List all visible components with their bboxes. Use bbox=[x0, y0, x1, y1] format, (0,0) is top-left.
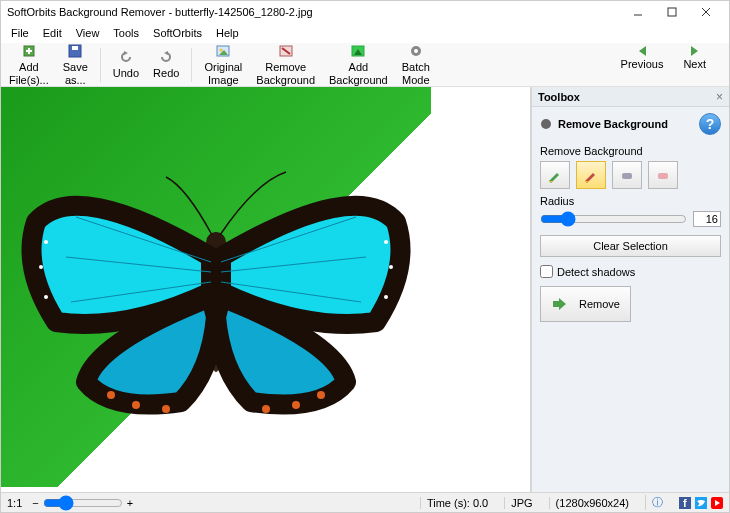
image-icon bbox=[215, 43, 231, 59]
svg-point-29 bbox=[262, 405, 270, 413]
previous-button[interactable]: Previous bbox=[621, 44, 664, 70]
image-canvas[interactable] bbox=[1, 87, 531, 492]
svg-marker-9 bbox=[124, 51, 128, 55]
status-bar: 1:1 − + Time (s): 0.0 JPG (1280x960x24) … bbox=[1, 492, 729, 512]
window-title: SoftOrbits Background Remover - butterfl… bbox=[7, 6, 313, 18]
svg-rect-43 bbox=[549, 181, 553, 182]
zoom-out-icon[interactable]: − bbox=[32, 497, 38, 509]
svg-marker-20 bbox=[639, 46, 646, 56]
svg-point-25 bbox=[132, 401, 140, 409]
chevron-left-icon bbox=[635, 44, 649, 58]
title-bar: SoftOrbits Background Remover - butterfl… bbox=[1, 1, 729, 23]
close-button[interactable] bbox=[689, 1, 723, 23]
toolbar-separator bbox=[100, 48, 101, 82]
youtube-icon[interactable] bbox=[711, 497, 723, 509]
svg-point-32 bbox=[44, 295, 48, 299]
arrow-right-icon bbox=[551, 297, 567, 311]
group-label: Remove Background bbox=[540, 145, 721, 157]
svg-point-24 bbox=[107, 391, 115, 399]
sidebar-header: Toolbox × bbox=[532, 87, 729, 107]
svg-rect-44 bbox=[585, 181, 589, 182]
redo-button[interactable]: Redo bbox=[149, 47, 183, 81]
twitter-icon[interactable] bbox=[695, 497, 707, 509]
radius-input[interactable] bbox=[693, 211, 721, 227]
info-icon[interactable]: ⓘ bbox=[645, 495, 669, 510]
svg-point-42 bbox=[541, 119, 551, 129]
svg-point-35 bbox=[384, 295, 388, 299]
close-panel-icon[interactable]: × bbox=[716, 90, 723, 104]
help-button[interactable]: ? bbox=[699, 113, 721, 135]
clear-tool[interactable] bbox=[648, 161, 678, 189]
undo-icon bbox=[118, 49, 134, 65]
add-background-button[interactable]: Add Background bbox=[325, 41, 392, 87]
facebook-icon[interactable]: f bbox=[679, 497, 691, 509]
status-time: Time (s): 0.0 bbox=[420, 497, 494, 509]
menu-file[interactable]: File bbox=[5, 25, 35, 41]
section-title: Remove Background bbox=[558, 118, 699, 130]
svg-rect-46 bbox=[658, 173, 668, 179]
menu-edit[interactable]: Edit bbox=[37, 25, 68, 41]
svg-rect-1 bbox=[668, 8, 676, 16]
status-dimensions: (1280x960x24) bbox=[549, 497, 635, 509]
svg-rect-8 bbox=[72, 46, 78, 50]
save-as-button[interactable]: Save as... bbox=[59, 41, 92, 87]
zoom-in-icon[interactable]: + bbox=[127, 497, 133, 509]
svg-point-12 bbox=[220, 49, 223, 52]
menu-bar: File Edit View Tools SoftOrbits Help bbox=[1, 23, 729, 43]
status-format: JPG bbox=[504, 497, 538, 509]
save-icon bbox=[67, 43, 83, 59]
remove-bg-icon bbox=[278, 43, 294, 59]
add-files-button[interactable]: Add File(s)... bbox=[5, 41, 53, 87]
undo-button[interactable]: Undo bbox=[109, 47, 143, 81]
add-bg-icon bbox=[350, 43, 366, 59]
maximize-button[interactable] bbox=[655, 1, 689, 23]
toolbox-title: Toolbox bbox=[538, 91, 716, 103]
marker-green-tool[interactable] bbox=[540, 161, 570, 189]
eraser-tool[interactable] bbox=[612, 161, 642, 189]
menu-softorbits[interactable]: SoftOrbits bbox=[147, 25, 208, 41]
marker-red-tool[interactable] bbox=[576, 161, 606, 189]
clear-eraser-icon bbox=[655, 167, 671, 183]
add-icon bbox=[21, 43, 37, 59]
svg-point-19 bbox=[414, 49, 418, 53]
nav-controls: Previous Next bbox=[621, 44, 706, 70]
detect-shadows-label: Detect shadows bbox=[557, 266, 635, 278]
chevron-right-icon bbox=[688, 44, 702, 58]
menu-view[interactable]: View bbox=[70, 25, 106, 41]
svg-point-27 bbox=[317, 391, 325, 399]
menu-tools[interactable]: Tools bbox=[107, 25, 145, 41]
minimize-button[interactable] bbox=[621, 1, 655, 23]
pencil-green-icon bbox=[547, 167, 563, 183]
image-display bbox=[1, 87, 431, 487]
detect-shadows-checkbox[interactable] bbox=[540, 265, 553, 278]
batch-mode-button[interactable]: Batch Mode bbox=[398, 41, 434, 87]
butterfly-image bbox=[16, 147, 416, 427]
menu-help[interactable]: Help bbox=[210, 25, 245, 41]
pencil-red-icon bbox=[583, 167, 599, 183]
svg-point-31 bbox=[39, 265, 43, 269]
sidebar: Toolbox × Remove Background ? Remove Bac… bbox=[531, 87, 729, 492]
svg-marker-10 bbox=[164, 51, 168, 55]
svg-point-34 bbox=[389, 265, 393, 269]
svg-marker-21 bbox=[691, 46, 698, 56]
gear-icon bbox=[408, 43, 424, 59]
redo-icon bbox=[158, 49, 174, 65]
next-button[interactable]: Next bbox=[683, 44, 706, 70]
original-image-button[interactable]: Original Image bbox=[200, 41, 246, 87]
svg-point-30 bbox=[44, 240, 48, 244]
eraser-icon bbox=[619, 167, 635, 183]
svg-text:f: f bbox=[683, 497, 687, 509]
svg-point-33 bbox=[384, 240, 388, 244]
clear-selection-button[interactable]: Clear Selection bbox=[540, 235, 721, 257]
radius-slider[interactable] bbox=[540, 211, 687, 227]
svg-point-26 bbox=[162, 405, 170, 413]
svg-rect-45 bbox=[622, 173, 632, 179]
svg-marker-47 bbox=[553, 298, 566, 310]
zoom-level: 1:1 bbox=[7, 497, 22, 509]
zoom-slider[interactable] bbox=[43, 495, 123, 511]
toolbar-separator bbox=[191, 48, 192, 82]
remove-bg-section-icon bbox=[540, 118, 552, 130]
remove-background-button[interactable]: Remove Background bbox=[252, 41, 319, 87]
radius-label: Radius bbox=[540, 195, 721, 207]
remove-button[interactable]: Remove bbox=[540, 286, 631, 322]
